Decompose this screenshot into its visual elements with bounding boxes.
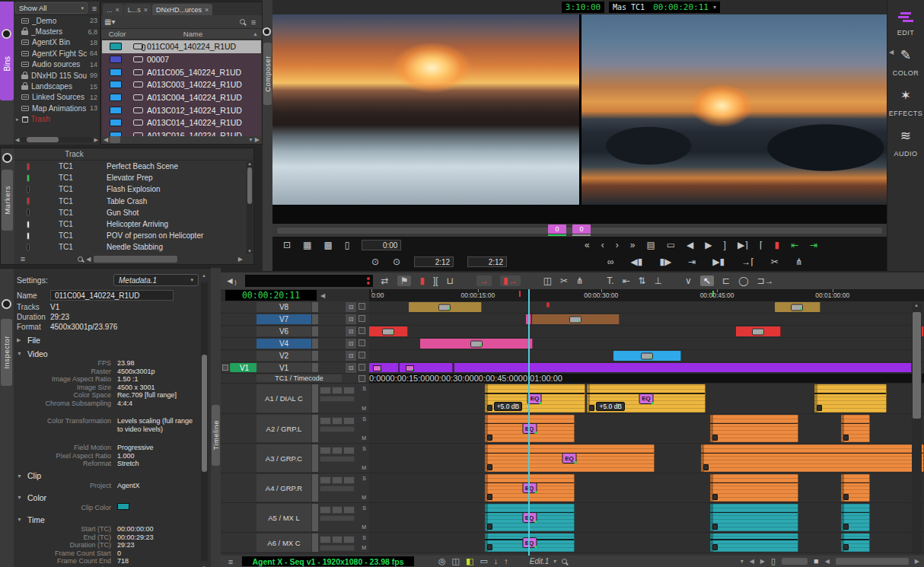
video-clip[interactable] [369,363,399,372]
step-forward-icon[interactable]: › [616,240,619,250]
markers-tab[interactable]: Markers [2,170,13,231]
mark-in-out-icon[interactable]: ][ [433,276,438,285]
monitor-icon[interactable]: ⊡ [346,314,356,324]
record-track-icon[interactable] [358,339,365,346]
solo-button[interactable]: S [362,446,366,451]
audio-clip[interactable] [841,474,870,502]
marker-row[interactable]: TC1Table Crash [14,196,253,207]
panel-menu-icon[interactable] [263,27,271,36]
bin-filter-dropdown[interactable]: Show All ▾ [15,2,88,14]
scroll-up-icon[interactable]: ▲ [202,273,206,278]
zoom-box-icon[interactable]: ◼ [814,559,819,565]
inspector-tab[interactable]: Inspector [1,319,12,386]
track-select-button[interactable]: A3 / GRP.C [256,444,311,472]
effect-badge-icon[interactable] [382,328,394,335]
effect-badge-icon[interactable] [438,304,451,311]
markers-menu-icon[interactable]: ≡ [18,254,28,263]
splice-in-icon[interactable]: ▮→ [500,276,521,286]
flag-icon[interactable]: ⚑ [397,276,412,286]
go-next-edit-icon[interactable]: ▶▮ [712,257,725,266]
bin-item[interactable]: Linked Sources12 [14,92,100,103]
scroll-left-icon[interactable]: ◀ [15,137,19,143]
audio-tool-icon[interactable] [332,476,343,484]
audio-clip[interactable] [841,504,870,531]
tracking-badge[interactable]: 0 [548,225,566,234]
track-select-button[interactable]: V7 [256,314,311,324]
section-header[interactable]: ▶File [17,334,199,346]
clip-color-chip[interactable] [110,119,122,126]
track-select-button[interactable]: A5 / MX L [256,504,311,531]
search-icon[interactable] [78,256,83,262]
mute-button[interactable]: M [362,465,366,470]
effect-badge-icon[interactable] [641,352,653,359]
bin-clip-row[interactable]: 011C004_140224_R1UD [102,40,261,53]
position-field[interactable]: 0:00 [362,240,401,250]
bin-item[interactable]: AgentX Fight Scene64 [14,48,100,59]
trim-left-icon[interactable]: ⇤ [622,276,629,285]
clip-color-chip[interactable] [110,43,122,50]
solo-button[interactable]: S [362,535,366,540]
motion-effect-icon[interactable] [373,365,381,371]
add-marker-icon[interactable]: ▮ [774,240,779,250]
scroll-right-icon[interactable]: ▶ [238,256,243,263]
track-lane-a3-grp-c[interactable]: EQ [369,444,924,473]
scroll-left-icon[interactable]: ◀ [86,256,91,263]
disclosure-icon[interactable]: ▼ [17,495,23,500]
back-one-icon[interactable]: ◀▮ [631,257,643,266]
audio-clip[interactable] [841,415,870,442]
track-lane-v2[interactable] [369,350,924,362]
scroll-left-icon[interactable]: ◀ [750,558,754,565]
panel-menu-icon[interactable] [2,29,11,39]
master-timecode[interactable]: Mas TC1 00:00:20:11 ▾ [609,2,720,13]
bin-tab[interactable]: DNxHD...urces× [152,4,212,15]
speaker-icon[interactable]: ◄) [225,276,237,285]
bin-clip-row[interactable]: A013C016_140224_R1UD [102,129,261,136]
extend-icon[interactable]: ⇥ [688,257,696,266]
patch-button[interactable]: V1 [230,363,259,372]
workspace-effects[interactable]: ✶EFFECTS [889,89,923,117]
audio-tool-icon[interactable] [320,536,331,543]
record-circle-icon[interactable]: ◯ [738,276,748,285]
track-lane-v6[interactable] [369,326,924,337]
source-monitor[interactable] [272,14,579,205]
jog-icon[interactable]: ⊙ [371,257,379,266]
track-select-button[interactable]: V6 [256,327,311,336]
play-to-out-icon[interactable]: ▶⌉ [738,240,748,250]
video-clip[interactable] [420,339,533,349]
export-icon[interactable]: ⊐→ [757,276,773,285]
solo-button[interactable]: S [362,386,366,391]
close-icon[interactable]: × [144,6,148,14]
solo-button[interactable]: S [362,476,366,481]
scroll-up-icon[interactable]: ▲ [253,31,262,37]
marker-row[interactable]: TC1Helicopter Arriving [14,218,253,230]
bin-clip-row[interactable]: A013C012_140224_R1UD [102,104,261,116]
effect-badge-icon[interactable] [752,328,764,335]
chevron-down-icon[interactable]: ▾ [741,558,744,565]
video-clip[interactable] [409,302,482,312]
mute-button[interactable]: M [362,545,366,550]
audio-clip[interactable]: EQ+5.0 dB [485,384,586,413]
track-lane-v8[interactable] [369,301,924,313]
section-header[interactable]: ▼Color [17,492,199,503]
effect-badge-icon[interactable] [791,304,803,311]
audio-tool-icon[interactable] [343,506,355,514]
track-lane-v1[interactable] [369,362,924,373]
name-column-header[interactable]: Name [133,30,253,38]
track-select-button[interactable]: V8 [256,302,311,312]
clip-color-chip[interactable] [110,94,122,101]
mute-button[interactable]: M [362,435,366,441]
zoom-slider[interactable] [782,558,808,565]
bin-clip-row[interactable]: A013C004_140224_R1UD [102,91,261,104]
monitor-icon[interactable]: ⊡ [346,363,356,373]
track-lane-a6-mx-c[interactable]: EQ [369,533,924,553]
bins-menu-icon[interactable]: ≡ [89,4,100,13]
clip-color-chip[interactable] [110,68,122,76]
mute-button[interactable]: M [362,406,366,411]
audio-tool-icon[interactable] [343,447,355,454]
record-track-icon[interactable] [358,375,365,382]
frame-back-icon[interactable]: ◀ [687,240,693,250]
workspace-color[interactable]: ✎COLOR [893,49,919,77]
shuttle-icon[interactable]: ⊙ [393,257,400,266]
track-select-button[interactable]: A2 / GRP.L [256,415,311,442]
marker-row[interactable]: TC1Elevator Prep [14,172,253,183]
